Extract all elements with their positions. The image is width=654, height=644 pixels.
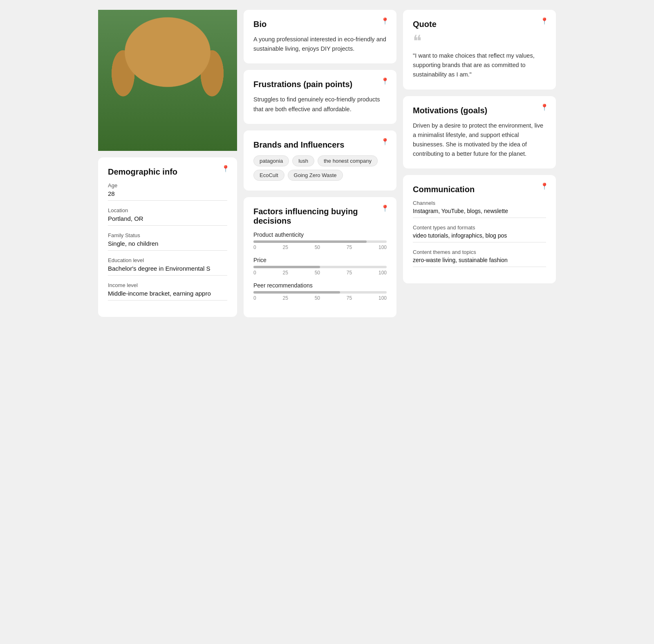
quote-title: Quote	[413, 20, 546, 29]
brand-tag: patagonia	[253, 155, 289, 166]
factor-bar-track	[253, 291, 387, 294]
communication-title: Communication	[413, 185, 546, 194]
communication-card: 📍 Communication Channels Instagram, YouT…	[403, 175, 556, 283]
scale-label: 75	[347, 295, 352, 301]
scale-label: 0	[253, 295, 256, 301]
column-1: Eco Emily 📍 Demographic info Age 28 Loca…	[98, 10, 237, 317]
frustrations-card: 📍 Frustrations (pain points) Struggles t…	[244, 70, 396, 123]
motivations-title: Motivations (goals)	[413, 106, 546, 115]
demographic-field-value: Portland, OR	[108, 215, 227, 226]
demographic-field-label: Family Status	[108, 232, 227, 238]
factor-bar-fill	[253, 266, 320, 268]
communication-field-label: Content themes and topics	[413, 249, 546, 255]
demographic-field-value: 28	[108, 190, 227, 201]
scale-label: 100	[379, 270, 387, 276]
scale-label: 75	[347, 245, 352, 250]
profile-card: Eco Emily	[98, 10, 237, 151]
demographic-fields: Age 28 Location Portland, OR Family Stat…	[108, 182, 227, 301]
scale-label: 25	[282, 245, 288, 250]
brands-pin-icon: 📍	[381, 138, 389, 146]
scale-label: 50	[315, 295, 320, 301]
bio-card: 📍 Bio A young professional interested in…	[244, 10, 396, 63]
demographic-field: Location Portland, OR	[108, 207, 227, 226]
profile-photo-face	[114, 20, 221, 126]
demographic-field-value: Single, no children	[108, 240, 227, 251]
quote-pin-icon: 📍	[540, 17, 549, 25]
demographic-field-value: Bachelor's degree in Environmental S	[108, 265, 227, 276]
demographic-field: Family Status Single, no children	[108, 232, 227, 251]
communication-field-value: video tutorials, infographics, blog pos	[413, 232, 546, 242]
factor-bar-container	[253, 291, 387, 294]
main-grid: Eco Emily 📍 Demographic info Age 28 Loca…	[98, 10, 556, 317]
communication-fields: Channels Instagram, YouTube, blogs, news…	[413, 200, 546, 267]
communication-field: Content types and formats video tutorial…	[413, 224, 546, 242]
factor-name: Product authenticity	[253, 231, 387, 238]
brand-tag: Going Zero Waste	[288, 170, 343, 181]
factor-bar-fill	[253, 240, 367, 243]
factor-bar-track	[253, 266, 387, 268]
demographic-title: Demographic info	[108, 167, 227, 177]
factor-item: Price 0255075100	[253, 257, 387, 276]
motivations-card: 📍 Motivations (goals) Driven by a desire…	[403, 96, 556, 169]
factors-items: Product authenticity 0255075100 Price 02…	[253, 231, 387, 301]
demographic-field-label: Location	[108, 207, 227, 213]
brand-tags: patagonialushthe honest companyEcoCultGo…	[253, 155, 387, 181]
factor-bar-fill	[253, 291, 340, 294]
factor-bar-track	[253, 240, 387, 243]
factor-bar-container	[253, 266, 387, 268]
brand-tag: lush	[292, 155, 314, 166]
factor-item: Product authenticity 0255075100	[253, 231, 387, 250]
factor-name: Price	[253, 257, 387, 263]
demographic-field-label: Income level	[108, 282, 227, 288]
communication-field: Content themes and topics zero-waste liv…	[413, 249, 546, 267]
communication-field-value: Instagram, YouTube, blogs, newslette	[413, 208, 546, 218]
demographic-field-label: Age	[108, 182, 227, 188]
factors-card: 📍 Factors influencing buying decisions P…	[244, 197, 396, 317]
frustrations-title: Frustrations (pain points)	[253, 80, 387, 89]
scale-label: 0	[253, 245, 256, 250]
quote-card: 📍 Quote ❝ "I want to make choices that r…	[403, 10, 556, 90]
demographic-field-value: Middle-income bracket, earning appro	[108, 290, 227, 301]
column-2: 📍 Bio A young professional interested in…	[244, 10, 396, 317]
communication-field: Channels Instagram, YouTube, blogs, news…	[413, 200, 546, 218]
scale-label: 0	[253, 270, 256, 276]
profile-photo	[114, 20, 221, 126]
scale-label: 25	[282, 295, 288, 301]
bio-text: A young professional interested in eco-f…	[253, 35, 387, 54]
quote-marks: ❝	[413, 35, 546, 48]
factor-scale: 0255075100	[253, 245, 387, 250]
communication-field-label: Channels	[413, 200, 546, 206]
factor-name: Peer recommendations	[253, 282, 387, 289]
scale-label: 100	[379, 295, 387, 301]
scale-label: 50	[315, 245, 320, 250]
motivations-pin-icon: 📍	[540, 103, 549, 111]
column-3: 📍 Quote ❝ "I want to make choices that r…	[403, 10, 556, 317]
pin-icon: 📍	[222, 165, 230, 173]
motivations-text: Driven by a desire to protect the enviro…	[413, 121, 546, 159]
scale-label: 50	[315, 270, 320, 276]
factors-title: Factors influencing buying decisions	[253, 207, 387, 226]
demographic-field: Age 28	[108, 182, 227, 201]
bio-title: Bio	[253, 20, 387, 29]
brands-card: 📍 Brands and Influencers patagonialushth…	[244, 130, 396, 191]
brand-tag: the honest company	[318, 155, 378, 166]
bio-pin-icon: 📍	[381, 17, 389, 25]
frustrations-pin-icon: 📍	[381, 77, 389, 85]
scale-label: 75	[347, 270, 352, 276]
factor-bar-container	[253, 240, 387, 243]
quote-text: "I want to make choices that reflect my …	[413, 51, 546, 80]
brands-title: Brands and Influencers	[253, 140, 387, 150]
demographic-card: 📍 Demographic info Age 28 Location Portl…	[98, 157, 237, 317]
communication-field-value: zero-waste living, sustainable fashion	[413, 257, 546, 267]
demographic-field: Income level Middle-income bracket, earn…	[108, 282, 227, 301]
factor-scale: 0255075100	[253, 295, 387, 301]
factor-item: Peer recommendations 0255075100	[253, 282, 387, 301]
scale-label: 25	[282, 270, 288, 276]
brand-tag: EcoCult	[253, 170, 284, 181]
communication-field-label: Content types and formats	[413, 224, 546, 231]
demographic-field: Education level Bachelor's degree in Env…	[108, 257, 227, 276]
factor-scale: 0255075100	[253, 270, 387, 276]
communication-pin-icon: 📍	[540, 182, 549, 190]
scale-label: 100	[379, 245, 387, 250]
factors-pin-icon: 📍	[381, 204, 389, 212]
